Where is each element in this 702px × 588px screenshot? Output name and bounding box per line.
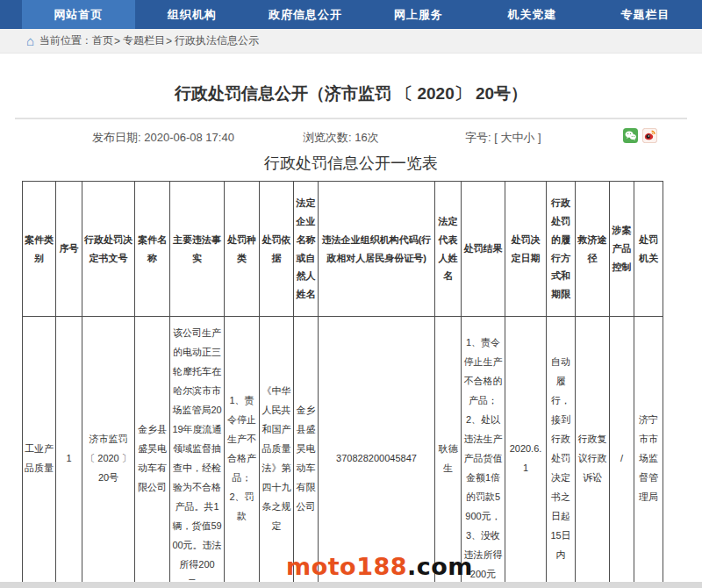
home-icon: ⌂ — [26, 34, 34, 47]
cell-performance-method: 自动履行，接到行政处罚决定书之日起15日内 — [547, 317, 576, 588]
nav-tab-online-service[interactable]: 网上服务 — [362, 0, 476, 29]
col-header-illegal-facts: 主要违法事实 — [170, 182, 225, 317]
col-header-penalty-type: 处罚种类 — [225, 182, 260, 317]
col-header-case-category: 案件类别 — [23, 182, 56, 317]
col-header-penalty-basis: 处罚依据 — [260, 182, 294, 317]
col-header-penalty-result: 处罚结果 — [462, 182, 505, 317]
nav-tab-organization[interactable]: 组织机构 — [135, 0, 248, 29]
font-size-control: 字号: [ 大中小 ] — [465, 130, 541, 146]
top-navbar: 网站首页 组织机构 政府信息公开 网上服务 机关党建 专题栏目 — [0, 0, 702, 29]
col-header-penalty-authority: 处罚机关 — [634, 182, 663, 317]
nav-tab-party-building[interactable]: 机关党建 — [476, 0, 589, 29]
cell-serial-number: 1 — [56, 317, 82, 588]
col-header-case-name: 案件名称 — [135, 182, 170, 317]
footer-strip — [0, 582, 702, 588]
meta-row: 发布日期: 2020-06-08 17:40 浏览次数: 16次 字号: [ 大… — [0, 128, 702, 147]
col-header-entity-name: 法定企业名称或自然人姓名 — [294, 182, 319, 317]
title-divider — [15, 118, 687, 119]
font-size-medium[interactable]: 中 — [512, 131, 523, 144]
publish-date-label: 发布日期: — [92, 131, 141, 144]
view-count-label: 浏览次数: — [303, 131, 352, 144]
cell-penalty-basis: 《中华人民共和国产品质量法》第四十九条之规定 — [260, 317, 294, 588]
watermark-tld: .com — [407, 553, 473, 580]
cell-penalty-type: 1、责令停止生产不合格产品；2、罚款 — [225, 317, 260, 588]
wechat-share-icon[interactable] — [623, 128, 638, 143]
cell-case-name: 金乡县盛昊电动车有限公司 — [135, 317, 170, 588]
cell-product-control: / — [610, 317, 634, 588]
col-header-serial-number: 序号 — [56, 182, 82, 317]
cell-penalty-result: 1、责令停止生产不合格的产品；2、处以违法生产产品货值金额1倍的罚款5900元，… — [462, 317, 505, 588]
cell-decision-doc-number: 济市监罚 〔 2020 〕 20号 — [82, 317, 135, 588]
page-title: 行政处罚信息公开（济市监罚 〔 2020〕 20号） — [0, 82, 702, 105]
breadcrumb-separator: > — [114, 35, 120, 47]
breadcrumb: ⌂ 当前位置： 首页 > 专题栏目 > 行政执法信息公示 — [0, 29, 702, 54]
cell-entity-name: 金乡县盛昊电动车有限公司 — [294, 317, 319, 588]
view-count-value: 16次 — [355, 131, 378, 144]
publish-date-value: 2020-06-08 17:40 — [144, 131, 234, 144]
col-header-relief-channel: 救济途径 — [576, 182, 610, 317]
breadcrumb-label: 当前位置： — [39, 33, 92, 48]
cell-decision-date: 2020.6.1 — [505, 317, 547, 588]
cell-org-code: 370828200045847 — [319, 317, 435, 588]
cell-case-category: 工业产品质量 — [23, 317, 56, 588]
table-header-row: 案件类别 序号 行政处罚决定书文号 案件名称 主要违法事实 处罚种类 处罚依据 … — [23, 182, 663, 317]
penalty-table: 案件类别 序号 行政处罚决定书文号 案件名称 主要违法事实 处罚种类 处罚依据 … — [22, 181, 663, 588]
watermark-brand: moto188 — [286, 553, 407, 580]
publish-date: 发布日期: 2020-06-08 17:40 — [92, 130, 234, 146]
font-size-large[interactable]: 大 — [500, 131, 512, 144]
table-row: 工业产品质量 1 济市监罚 〔 2020 〕 20号 金乡县盛昊电动车有限公司 … — [23, 317, 663, 588]
col-header-org-code: 违法企业组织机构代码(行政相对人居民身份证号) — [319, 182, 435, 317]
nav-tab-home[interactable]: 网站首页 — [22, 0, 135, 29]
page: 网站首页 组织机构 政府信息公开 网上服务 机关党建 专题栏目 ⌂ 当前位置： … — [0, 0, 702, 588]
font-size-bracket: ] — [534, 131, 541, 144]
weibo-share-icon[interactable] — [642, 128, 657, 143]
font-size-label: 字号: — [465, 131, 491, 144]
breadcrumb-item-enforcement-info[interactable]: 行政执法信息公示 — [175, 33, 259, 48]
col-header-decision-date: 处罚决定日期 — [505, 182, 547, 317]
breadcrumb-item-home[interactable]: 首页 — [92, 33, 113, 48]
breadcrumb-separator: > — [166, 35, 172, 47]
cell-illegal-facts: 该公司生产的电动正三轮摩托车在哈尔滨市市场监管局2019年度流通领域监督抽查中，… — [170, 317, 225, 588]
font-size-small[interactable]: 小 — [523, 131, 534, 144]
nav-tab-special-columns[interactable]: 专题栏目 — [589, 0, 702, 29]
site-watermark: moto188.com — [286, 553, 473, 580]
cell-penalty-authority: 济宁市市场监督管理局 — [634, 317, 663, 588]
breadcrumb-item-special-columns[interactable]: 专题栏目 — [123, 33, 165, 48]
share-icons — [623, 128, 657, 143]
col-header-product-control: 涉案产品控制 — [610, 182, 634, 317]
cell-relief-channel: 行政复议行政诉讼 — [576, 317, 610, 588]
cell-legal-rep-name: 耿德生 — [435, 317, 462, 588]
nav-tab-gov-info[interactable]: 政府信息公开 — [248, 0, 362, 29]
col-header-decision-doc-number: 行政处罚决定书文号 — [82, 182, 135, 317]
view-count: 浏览次数: 16次 — [303, 130, 379, 146]
col-header-performance-method: 行政处罚的履行方式和期限 — [547, 182, 576, 317]
col-header-legal-rep-name: 法定代表人姓名 — [435, 182, 462, 317]
table-title: 行政处罚信息公开一览表 — [0, 153, 702, 174]
